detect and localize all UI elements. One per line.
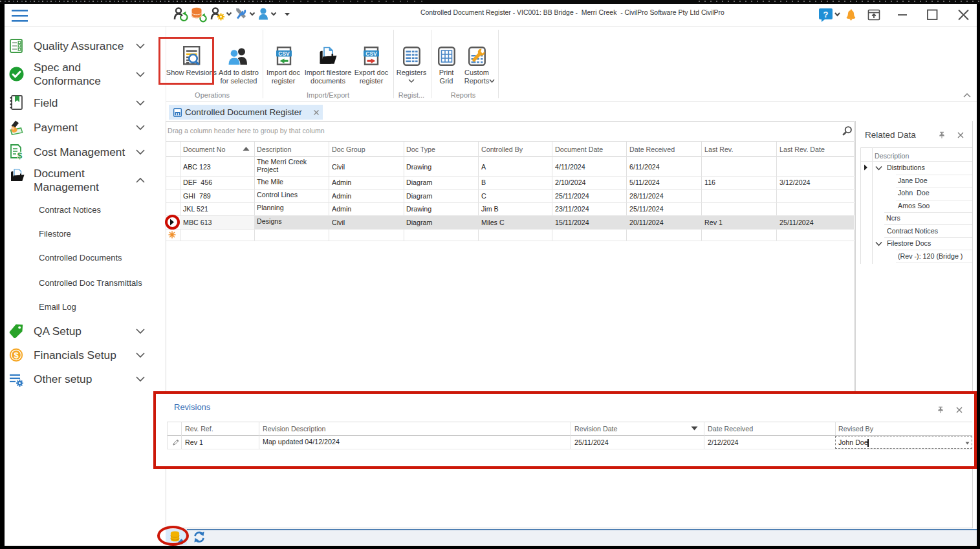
svg-text:CSV: CSV [278,50,290,57]
svg-text:$: $ [17,151,23,160]
svg-text:CSV: CSV [365,50,377,57]
svg-text:?: ? [823,10,829,19]
svg-text:$: $ [14,350,19,360]
